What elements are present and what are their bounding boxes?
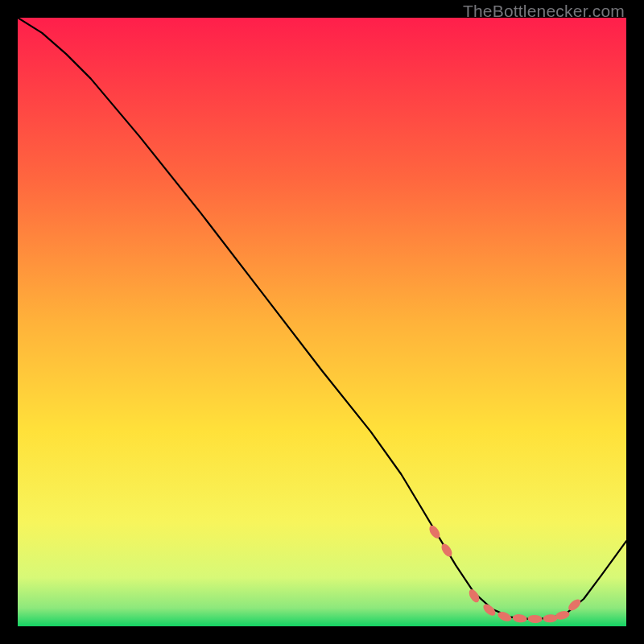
chart-frame: [18, 18, 626, 626]
gradient-background: [18, 18, 626, 626]
watermark-text: TheBottlenecker.com: [463, 2, 625, 21]
bottleneck-plot: [18, 18, 626, 626]
